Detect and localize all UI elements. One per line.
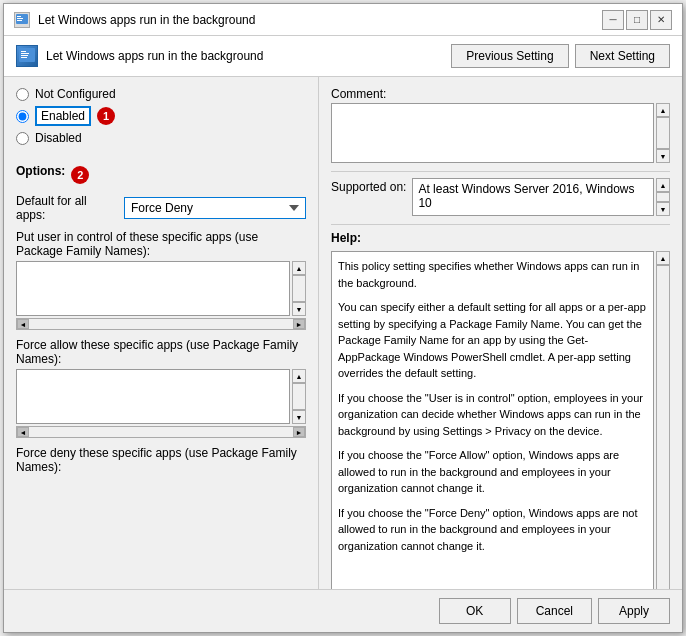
radio-not-configured-label: Not Configured (35, 87, 116, 101)
supported-scroll-down[interactable]: ▼ (656, 202, 670, 216)
textarea3-label: Force deny these specific apps (use Pack… (16, 446, 306, 474)
hscroll-left-1[interactable]: ◄ (17, 319, 29, 329)
radio-disabled-label: Disabled (35, 131, 82, 145)
help-label: Help: (331, 231, 670, 245)
main-content: Not Configured Enabled 1 Disabled Opti (4, 77, 682, 589)
radio-disabled[interactable]: Disabled (16, 131, 306, 145)
radio-group: Not Configured Enabled 1 Disabled (16, 87, 306, 150)
options-section: Options: 2 Default for all apps: User is… (16, 164, 306, 482)
supported-scroll-up[interactable]: ▲ (656, 178, 670, 192)
maximize-button[interactable]: □ (626, 10, 648, 30)
textarea-user-control[interactable] (16, 261, 290, 316)
enabled-box: Enabled (35, 106, 91, 126)
help-content: This policy setting specifies whether Wi… (331, 251, 654, 589)
scroll-up-2[interactable]: ▲ (292, 369, 306, 383)
supported-value: At least Windows Server 2016, Windows 10 (412, 178, 654, 216)
previous-setting-button[interactable]: Previous Setting (451, 44, 568, 68)
svg-rect-7 (21, 55, 28, 56)
next-setting-button[interactable]: Next Setting (575, 44, 670, 68)
badge-2: 2 (71, 166, 89, 184)
svg-rect-3 (17, 20, 22, 21)
options-label: Options: (16, 164, 65, 178)
textarea-group-2: Force allow these specific apps (use Pac… (16, 338, 306, 438)
comment-scroll-down[interactable]: ▼ (656, 149, 670, 163)
comment-scroll-up[interactable]: ▲ (656, 103, 670, 117)
apply-button[interactable]: Apply (598, 598, 670, 624)
radio-not-configured[interactable]: Not Configured (16, 87, 306, 101)
badge-1: 1 (97, 107, 115, 125)
svg-rect-1 (17, 16, 21, 17)
textarea2-label: Force allow these specific apps (use Pac… (16, 338, 306, 366)
comment-textarea[interactable] (331, 103, 654, 163)
default-apps-dropdown[interactable]: User is in control Force Allow Force Den… (124, 197, 306, 219)
svg-rect-8 (21, 57, 27, 58)
textarea-force-allow[interactable] (16, 369, 290, 424)
footer: OK Cancel Apply (4, 589, 682, 632)
header-row: Let Windows apps run in the background P… (4, 36, 682, 77)
textarea-group-1: Put user in control of these specific ap… (16, 230, 306, 330)
textarea-group-3: Force deny these specific apps (use Pack… (16, 446, 306, 474)
comment-section: Comment: ▲ ▼ (331, 87, 670, 163)
scroll-up-1[interactable]: ▲ (292, 261, 306, 275)
header-left: Let Windows apps run in the background (16, 45, 263, 67)
textarea1-label: Put user in control of these specific ap… (16, 230, 306, 258)
minimize-button[interactable]: ─ (602, 10, 624, 30)
supported-on-row: Supported on: At least Windows Server 20… (331, 171, 670, 216)
hscroll-right-1[interactable]: ► (293, 319, 305, 329)
title-bar-controls: ─ □ ✕ (602, 10, 672, 30)
help-scroll-up[interactable]: ▲ (656, 251, 670, 265)
default-apps-row: Default for all apps: User is in control… (16, 194, 306, 222)
ok-button[interactable]: OK (439, 598, 511, 624)
svg-rect-5 (21, 51, 26, 52)
dialog-window: Let Windows apps run in the background ─… (3, 3, 683, 633)
svg-rect-6 (21, 53, 29, 54)
title-text: Let Windows apps run in the background (38, 13, 255, 27)
right-panel: Comment: ▲ ▼ Supported on: At least Wind… (319, 77, 682, 589)
header-title: Let Windows apps run in the background (46, 49, 263, 63)
hscroll-left-2[interactable]: ◄ (17, 427, 29, 437)
title-bar-left: Let Windows apps run in the background (14, 12, 255, 28)
help-section: Help: This policy setting specifies whet… (331, 224, 670, 589)
radio-enabled-label: Enabled (41, 109, 85, 123)
dialog-icon (14, 12, 30, 28)
default-apps-label: Default for all apps: (16, 194, 116, 222)
comment-label: Comment: (331, 87, 670, 101)
svg-rect-2 (17, 18, 23, 19)
header-buttons: Previous Setting Next Setting (451, 44, 670, 68)
header-icon (16, 45, 38, 67)
close-button[interactable]: ✕ (650, 10, 672, 30)
scroll-down-2[interactable]: ▼ (292, 410, 306, 424)
scroll-down-1[interactable]: ▼ (292, 302, 306, 316)
hscroll-right-2[interactable]: ► (293, 427, 305, 437)
radio-enabled[interactable]: Enabled 1 (16, 106, 306, 126)
title-bar: Let Windows apps run in the background ─… (4, 4, 682, 36)
supported-label: Supported on: (331, 178, 406, 194)
dropdown-wrapper: User is in control Force Allow Force Den… (124, 197, 306, 219)
left-panel: Not Configured Enabled 1 Disabled Opti (4, 77, 319, 589)
cancel-button[interactable]: Cancel (517, 598, 592, 624)
